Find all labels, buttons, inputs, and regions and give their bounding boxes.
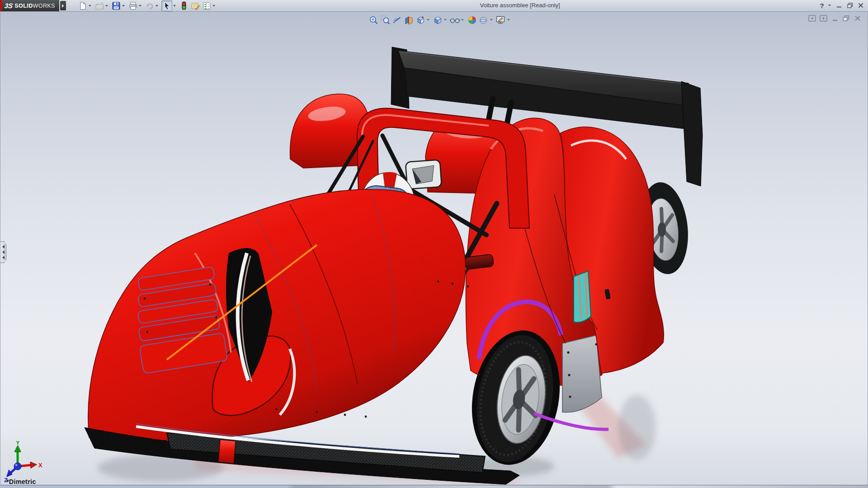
view-settings-icon xyxy=(479,15,489,25)
main-toolbar xyxy=(78,0,218,11)
comment-button[interactable] xyxy=(190,1,200,11)
close-button[interactable] xyxy=(855,1,866,10)
solidworks-window: { "titlebar": { "logo": { "glyph": "3S",… xyxy=(0,0,868,488)
display-style-dropdown[interactable] xyxy=(444,19,447,21)
rocker-panel xyxy=(562,335,602,413)
view-settings-button[interactable] xyxy=(478,14,489,25)
zoom-to-fit-button[interactable] xyxy=(368,14,379,25)
view-settings-dropdown[interactable] xyxy=(490,19,493,21)
select-dropdown[interactable] xyxy=(173,5,176,7)
stoplight-icon xyxy=(181,1,187,10)
new-button[interactable] xyxy=(78,1,88,11)
minimize-document-button[interactable] xyxy=(829,14,840,23)
save-dropdown[interactable] xyxy=(122,5,125,7)
triad-x-label: X xyxy=(38,462,42,469)
help-button[interactable]: ? xyxy=(816,1,827,10)
restore-button[interactable] xyxy=(844,1,855,10)
collapse-arrow-icon xyxy=(2,245,5,249)
collapse-left-pane-button[interactable] xyxy=(807,14,818,23)
undo-button[interactable] xyxy=(145,1,155,11)
window-bottom-frame xyxy=(0,485,868,488)
menu-flyout-button[interactable] xyxy=(60,1,66,10)
print-button[interactable] xyxy=(128,1,138,11)
design-checker-button[interactable] xyxy=(202,1,212,11)
expand-right-pane-button[interactable] xyxy=(818,14,829,23)
logo-text-bold: SOLID xyxy=(14,3,33,9)
display-style-icon xyxy=(433,15,443,25)
view-orientation-button[interactable] xyxy=(415,14,426,25)
stoplight-button[interactable] xyxy=(179,1,189,11)
new-dropdown[interactable] xyxy=(89,5,91,7)
zoom-to-area-button[interactable] xyxy=(380,14,391,25)
document-window-controls xyxy=(807,14,863,23)
solidworks-logo: 3S SOLIDWORKS xyxy=(2,0,59,11)
collapse-arrow-icon xyxy=(2,250,5,254)
title-bar: 3S SOLIDWORKS Voitu xyxy=(0,0,868,12)
new-document-icon xyxy=(79,2,87,10)
triad-y-label: Y xyxy=(16,441,20,446)
close-document-button[interactable] xyxy=(852,14,863,23)
undo-arrow-icon xyxy=(146,2,154,10)
view-orientation-dropdown[interactable] xyxy=(427,19,429,21)
graphics-area[interactable]: Y X Z *Dimetric xyxy=(0,12,868,485)
open-folder-icon xyxy=(95,2,104,10)
select-button[interactable] xyxy=(161,0,172,11)
open-button[interactable] xyxy=(94,1,104,11)
heads-up-view-toolbar xyxy=(368,14,512,25)
print-dropdown[interactable] xyxy=(139,5,142,7)
help-control: ? xyxy=(816,1,833,10)
section-view-button[interactable] xyxy=(403,14,414,25)
undo-dropdown[interactable] xyxy=(156,5,158,7)
logo-text-light: WORKS xyxy=(33,3,55,9)
apply-scene-icon xyxy=(467,15,477,25)
save-floppy-icon xyxy=(112,2,120,10)
apply-scene-button[interactable] xyxy=(467,14,477,25)
orientation-triad: Y X Z xyxy=(3,441,48,483)
3d-drawing-view-icon xyxy=(496,15,506,25)
zoom-to-fit-icon xyxy=(369,15,378,25)
restore-document-button[interactable] xyxy=(840,14,852,23)
print-icon xyxy=(129,2,137,10)
3d-drawing-view-dropdown[interactable] xyxy=(507,19,510,21)
section-view-icon xyxy=(404,15,414,25)
display-style-button[interactable] xyxy=(432,14,443,25)
hide-show-items-dropdown[interactable] xyxy=(461,19,464,21)
glasses-icon xyxy=(450,15,460,25)
help-dropdown[interactable] xyxy=(828,5,831,6)
hide-show-items-button[interactable] xyxy=(449,14,460,25)
view-orientation-icon xyxy=(416,15,425,25)
window-controls xyxy=(834,1,866,10)
design-checker-dropdown[interactable] xyxy=(212,5,215,7)
previous-view-icon xyxy=(392,15,402,25)
feature-manager-collapsed-tab[interactable] xyxy=(0,241,6,263)
select-cursor-icon xyxy=(163,2,170,10)
logo-glyph: 3S xyxy=(4,2,14,9)
zoom-to-area-icon xyxy=(381,15,390,25)
side-vent-teal xyxy=(574,271,591,323)
save-button[interactable] xyxy=(111,1,121,11)
minimize-button[interactable] xyxy=(834,1,844,10)
window-title: Voiture assomblee [Read-only] xyxy=(470,2,570,9)
3d-drawing-view-button[interactable] xyxy=(495,14,506,25)
car-model-3d-view[interactable] xyxy=(0,12,868,485)
comment-note-icon xyxy=(191,2,200,10)
collapse-arrow-icon xyxy=(2,256,5,259)
open-dropdown[interactable] xyxy=(105,5,108,7)
view-orientation-label: *Dimetric xyxy=(6,478,36,485)
previous-view-button[interactable] xyxy=(392,14,402,25)
airbox-intake xyxy=(406,160,442,189)
checklist-icon xyxy=(203,2,211,10)
grille-center-post xyxy=(218,440,236,464)
